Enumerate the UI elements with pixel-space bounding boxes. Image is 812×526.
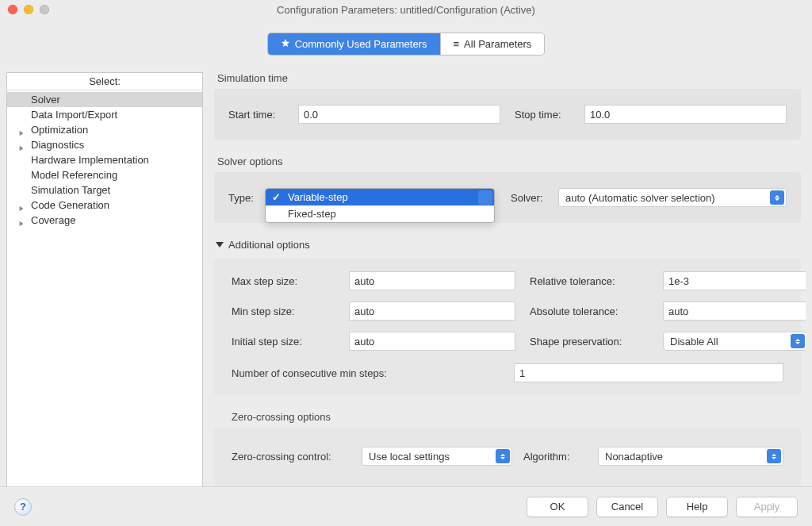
list-icon: ≡: [454, 38, 460, 50]
zc-control-dropdown[interactable]: Use local settings: [362, 447, 512, 466]
traffic-lights: [8, 5, 49, 14]
start-time-label: Start time:: [228, 109, 284, 121]
sidebar-item-label: Data Import/Export: [31, 108, 117, 121]
sidebar-item-optimization[interactable]: Optimization: [7, 122, 202, 137]
rel-tol-input[interactable]: [663, 271, 806, 290]
sidebar-header: Select:: [7, 73, 202, 90]
main-content: Simulation time Start time: Stop time: S…: [214, 72, 806, 490]
chevron-right-icon: [18, 126, 26, 134]
type-option-label: Fixed-step: [288, 208, 336, 220]
sidebar-item-simulation-target[interactable]: Simulation Target: [7, 182, 202, 198]
sidebar-item-data-import-export[interactable]: Data Import/Export: [7, 107, 202, 122]
tab-commonly-used-label: Commonly Used Parameters: [295, 38, 427, 50]
consec-min-steps-input[interactable]: [514, 363, 783, 382]
zc-algo-dropdown[interactable]: Nonadaptive: [598, 447, 783, 466]
sidebar-item-coverage[interactable]: Coverage: [7, 213, 202, 228]
tab-segmented-control: Commonly Used Parameters ≡ All Parameter…: [268, 33, 545, 55]
additional-options-disclosure[interactable]: Additional options: [216, 239, 801, 251]
chevron-updown-icon: [770, 190, 784, 205]
solver-options-panel: Type: ✓ Variable-step Fixed-step: [214, 172, 801, 223]
chevron-updown-icon: [767, 449, 781, 463]
help-button[interactable]: Help: [666, 497, 728, 517]
triangle-down-icon: [216, 242, 224, 248]
abs-tol-input[interactable]: [663, 301, 806, 321]
solver-options-title: Solver options: [217, 155, 801, 167]
sidebar-item-label: Diagnostics: [31, 138, 102, 152]
sidebar-item-label: Solver: [31, 93, 102, 106]
shape-preservation-label: Shape preservation:: [530, 336, 649, 347]
chevron-right-icon: [18, 202, 26, 209]
solver-dropdown-value: auto (Automatic solver selection): [565, 192, 715, 204]
stop-time-input[interactable]: [584, 105, 787, 124]
zero-crossing-panel: Zero-crossing control: Use local setting…: [214, 428, 801, 488]
zero-crossing-title: Zero-crossing options: [232, 411, 801, 423]
sidebar-item-code-generation[interactable]: Code Generation: [7, 198, 202, 213]
window-title: Configuration Parameters: untitled/Confi…: [6, 4, 806, 16]
zc-control-label: Zero-crossing control:: [232, 451, 350, 463]
minimize-window-button[interactable]: [24, 5, 33, 14]
tab-all-parameters[interactable]: ≡ All Parameters: [441, 33, 545, 55]
config-parameters-window: Configuration Parameters: untitled/Confi…: [0, 0, 812, 526]
shape-preservation-value: Disable All: [670, 336, 718, 347]
type-option-fixed-step[interactable]: Fixed-step: [266, 205, 494, 222]
type-option-label: Variable-step: [288, 191, 348, 203]
chevron-right-icon: [18, 217, 26, 225]
type-option-variable-step[interactable]: ✓ Variable-step: [266, 189, 494, 205]
chevron-updown-icon: [496, 449, 510, 463]
sidebar-item-label: Simulation Target: [31, 183, 110, 197]
min-step-input[interactable]: [349, 301, 515, 321]
solver-dropdown[interactable]: auto (Automatic solver selection): [558, 188, 787, 207]
type-label: Type:: [228, 192, 257, 204]
consec-min-steps-label: Number of consecutive min steps:: [232, 367, 500, 379]
star-icon: [281, 38, 290, 50]
stop-time-label: Stop time:: [515, 109, 570, 121]
shape-preservation-dropdown[interactable]: Disable All: [663, 332, 806, 351]
start-time-input[interactable]: [298, 105, 500, 124]
max-step-input[interactable]: [349, 271, 515, 290]
simulation-time-title: Simulation time: [217, 72, 801, 84]
sidebar-item-label: Hardware Implementation: [31, 153, 149, 167]
sidebar-item-label: Coverage: [31, 213, 102, 227]
check-icon: ✓: [272, 191, 281, 203]
simulation-time-panel: Start time: Stop time:: [214, 89, 801, 140]
type-dropdown[interactable]: ✓ Variable-step Fixed-step: [265, 188, 495, 207]
main-body: Select: Solver Data Import/Export Optimi…: [0, 72, 812, 490]
sidebar-item-label: Code Generation: [31, 198, 109, 212]
rel-tol-label: Relative tolerance:: [530, 275, 649, 287]
sidebar-item-label: Model Referencing: [31, 168, 117, 182]
sidebar-item-model-referencing[interactable]: Model Referencing: [7, 167, 202, 182]
sidebar-item-hardware-implementation[interactable]: Hardware Implementation: [7, 152, 202, 167]
close-window-button[interactable]: [8, 5, 17, 14]
chevron-updown-icon: [478, 190, 492, 205]
ok-button[interactable]: OK: [527, 497, 588, 517]
additional-options-panel: Max step size: Relative tolerance: Min s…: [214, 259, 801, 395]
chevron-right-icon: [18, 141, 26, 149]
abs-tol-label: Absolute tolerance:: [530, 305, 649, 317]
tabbar: Commonly Used Parameters ≡ All Parameter…: [0, 33, 812, 55]
tab-all-parameters-label: All Parameters: [464, 38, 531, 50]
tab-commonly-used[interactable]: Commonly Used Parameters: [268, 33, 440, 55]
help-icon[interactable]: ?: [14, 498, 32, 516]
cancel-button[interactable]: Cancel: [596, 497, 658, 517]
additional-options-title: Additional options: [228, 239, 310, 251]
min-step-label: Min step size:: [232, 305, 335, 317]
sidebar-item-diagnostics[interactable]: Diagnostics: [7, 137, 202, 152]
titlebar: Configuration Parameters: untitled/Confi…: [0, 0, 812, 19]
zc-algo-label: Algorithm:: [523, 451, 587, 463]
category-sidebar: Select: Solver Data Import/Export Optimi…: [6, 72, 203, 490]
category-tree: Solver Data Import/Export Optimization D…: [7, 90, 202, 229]
dialog-footer: ? OK Cancel Help Apply: [0, 486, 812, 526]
chevron-updown-icon: [791, 334, 805, 348]
initial-step-label: Initial step size:: [232, 336, 335, 347]
type-dropdown-menu: ✓ Variable-step Fixed-step: [265, 188, 495, 223]
zc-algo-value: Nonadaptive: [605, 451, 663, 463]
apply-button[interactable]: Apply: [736, 497, 798, 517]
zc-control-value: Use local settings: [369, 451, 450, 463]
initial-step-input[interactable]: [349, 332, 515, 351]
sidebar-item-label: Optimization: [31, 123, 102, 136]
max-step-label: Max step size:: [232, 275, 335, 287]
solver-label: Solver:: [511, 192, 550, 204]
sidebar-item-solver[interactable]: Solver: [7, 92, 202, 107]
maximize-window-button[interactable]: [40, 5, 49, 14]
